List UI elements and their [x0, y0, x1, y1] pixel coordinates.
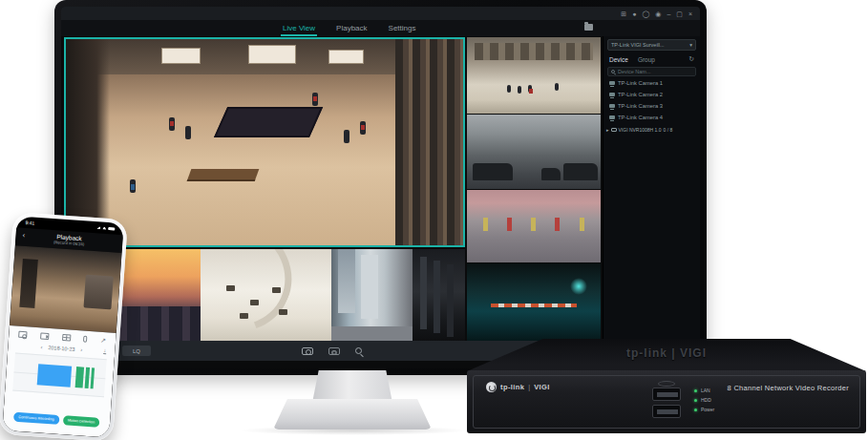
camera-list-item[interactable]: TP-Link Camera 1 — [603, 77, 700, 89]
display-case — [328, 50, 364, 64]
display-mode-icon[interactable]: ◯ — [642, 10, 649, 17]
sarcophagus-case — [214, 107, 323, 137]
camera-list-item[interactable]: TP-Link Camera 3 — [603, 100, 700, 112]
exhibit-table — [272, 287, 281, 293]
nvr-list-item[interactable]: ▸ VIGI NVR1008H 1.0 0 / 8 — [603, 123, 700, 136]
folder-icon[interactable] — [584, 24, 593, 31]
date-next-icon[interactable]: › — [80, 346, 82, 352]
exhibit-table — [250, 300, 259, 305]
screen-mode-icon[interactable]: ● — [632, 10, 636, 17]
phone-screen: 9:41 ‹ Playback (Record in 06:35) — [2, 216, 123, 437]
visitor — [360, 121, 366, 135]
parked-car — [563, 163, 598, 179]
wifi-icon — [102, 226, 106, 229]
parked-car — [473, 163, 513, 179]
display-case — [161, 48, 201, 64]
visitor — [555, 83, 559, 91]
camera-list-item[interactable]: TP-Link Camera 4 — [603, 112, 700, 123]
expand-arrow-icon: ▸ — [606, 127, 609, 133]
feed-parking-garage[interactable] — [467, 190, 601, 262]
layout-grid-icon[interactable]: ⊞ — [621, 10, 626, 17]
visitor — [528, 85, 532, 93]
camera-list-item[interactable]: TP-Link Camera 2 — [603, 89, 700, 100]
led-label: HDD — [701, 397, 711, 403]
continuous-recording-legend[interactable]: Continuous Recording — [13, 412, 59, 425]
status-icons — [96, 226, 115, 230]
vigi-client-window: ⊞ ● ◯ ◉ – ▢ × Live View Playback Setting… — [61, 7, 700, 368]
exhibit-table — [226, 285, 235, 291]
audio-icon[interactable] — [83, 336, 87, 343]
pillar — [531, 218, 536, 231]
pillar — [483, 218, 488, 231]
record-icon[interactable] — [328, 347, 340, 355]
digital-zoom-icon[interactable] — [355, 347, 362, 354]
nvr-name: VIGI NVR1008H 1.0 — [619, 127, 662, 133]
smartphone: 9:41 ‹ Playback (Record in 06:35) — [0, 212, 128, 440]
multi-view-icon[interactable] — [62, 334, 71, 342]
visitor — [518, 86, 521, 94]
motion-detection-legend[interactable]: Motion Detection — [62, 415, 99, 428]
feed-museum-exhibit-selected[interactable] — [64, 37, 465, 247]
back-arrow-icon[interactable]: ‹ — [22, 231, 25, 240]
nvr-top-logo: tp-link | VIGI — [467, 346, 866, 360]
feed-garage-entrance[interactable] — [467, 263, 601, 341]
wooden-bench — [187, 169, 259, 181]
scene: ⊞ ● ◯ ◉ – ▢ × Live View Playback Setting… — [0, 0, 868, 440]
date-prev-icon[interactable]: ‹ — [40, 344, 42, 349]
feed-museum-hall[interactable] — [467, 37, 601, 114]
nvr-brand-logo: tp-link | VIGI — [486, 382, 550, 392]
camera-name: TP-Link Camera 1 — [618, 80, 663, 86]
feed-dark-storefront[interactable] — [413, 249, 465, 341]
tab-live-view[interactable]: Live View — [283, 24, 315, 32]
pillar — [555, 218, 560, 231]
feed-museum-atrium[interactable] — [201, 249, 331, 341]
download-icon[interactable]: ↓ — [103, 347, 106, 354]
motion-recording-bar — [75, 367, 84, 388]
usb-port-1[interactable] — [652, 388, 681, 401]
signal-icon — [96, 226, 100, 229]
nvr-front-panel: tp-link | VIGI 8 Channel Network Video R… — [467, 370, 866, 433]
close-button[interactable]: × — [688, 10, 692, 17]
device-search-input[interactable]: Device Nam... — [607, 67, 696, 76]
panel-tab-device[interactable]: Device — [609, 56, 628, 63]
monitor-stand-neck — [312, 370, 392, 403]
refresh-icon[interactable]: ↻ — [688, 55, 694, 63]
usb-ports — [652, 388, 681, 422]
led-power-icon — [694, 409, 697, 411]
camera-name: TP-Link Camera 3 — [618, 103, 663, 109]
nvr-product-label: 8 Channel Network Video Recorder — [728, 384, 849, 392]
feed-city-street[interactable] — [331, 249, 413, 341]
nvr-status-leds: LAN HDD Power — [694, 388, 714, 412]
exhibit-table — [279, 309, 287, 315]
restore-button[interactable]: ▢ — [676, 10, 683, 17]
feed-warehouse-garage[interactable] — [467, 115, 601, 189]
phone-video-room-feed[interactable] — [10, 245, 122, 333]
panel-tabs: Device Group ↻ — [603, 51, 700, 66]
site-dropdown[interactable]: TP-Link VIGI Surveill... ▾ — [607, 39, 696, 51]
tp-link-logo-icon — [486, 382, 497, 392]
led-hdd-icon — [694, 399, 697, 402]
visitor — [312, 93, 318, 106]
info-icon[interactable]: ◉ — [655, 10, 661, 17]
stream-quality-button[interactable]: LQ — [122, 346, 151, 356]
snapshot-icon[interactable] — [18, 331, 27, 339]
panel-tab-group[interactable]: Group — [638, 56, 655, 63]
visitor — [185, 126, 191, 139]
chevron-down-icon: ▾ — [689, 42, 692, 48]
tab-settings[interactable]: Settings — [389, 24, 416, 32]
usb-port-2[interactable] — [652, 405, 681, 418]
exhibit-left-cases — [66, 39, 110, 245]
battery-icon — [108, 227, 115, 230]
minimize-button[interactable]: – — [667, 10, 670, 17]
tab-playback[interactable]: Playback — [336, 24, 367, 32]
barrier-gate — [491, 304, 577, 307]
playback-date[interactable]: 2018-10-23 — [48, 345, 74, 352]
usb-logo-icon — [658, 381, 675, 387]
recording-timeline[interactable] — [12, 353, 107, 398]
phone-playback-controls: ↗ ‹ 2018-10-23 › ↓ Continuous Recording — [2, 325, 116, 438]
main-tabbar: Live View Playback Settings — [61, 20, 700, 36]
record-icon[interactable] — [40, 332, 49, 340]
share-icon[interactable]: ↗ — [100, 337, 106, 344]
site-dropdown-label: TP-Link VIGI Surveill... — [611, 42, 665, 48]
snapshot-icon[interactable] — [302, 347, 313, 355]
